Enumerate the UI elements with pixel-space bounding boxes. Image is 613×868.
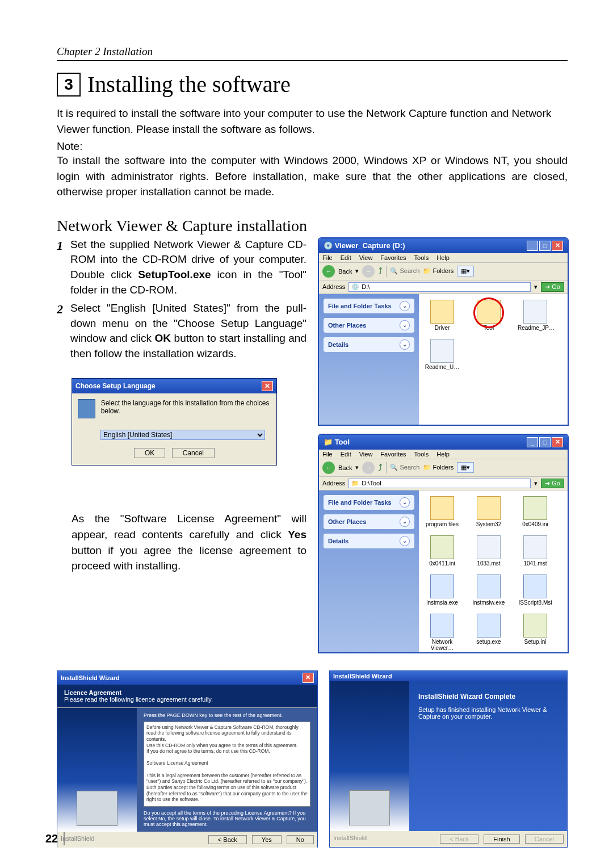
address-field[interactable]: 📁 D:\Tool [349, 479, 531, 488]
menu-file[interactable]: File [322, 451, 333, 458]
file-item[interactable]: Setup.ini [518, 614, 553, 651]
address-field[interactable]: 💿 D:\ [349, 282, 531, 292]
task-group[interactable]: Other Places⌄ [324, 318, 414, 333]
minimize-icon[interactable]: _ [527, 241, 538, 251]
file-item[interactable]: System32 [471, 496, 506, 527]
back-button[interactable]: < Back [208, 835, 247, 844]
folders-button[interactable]: 📁 Folders [423, 464, 454, 471]
menu-edit[interactable]: Edit [341, 254, 351, 261]
menu-view[interactable]: View [359, 451, 373, 458]
up-icon[interactable]: ⤴ [378, 266, 383, 276]
search-icon[interactable]: 🔍 Search [390, 464, 419, 471]
chevron-down-icon[interactable]: ⌄ [400, 517, 410, 527]
back-label[interactable]: Back [338, 268, 352, 275]
globe-icon [78, 399, 95, 418]
back-icon[interactable]: ← [322, 462, 335, 474]
task-group[interactable]: File and Folder Tasks⌄ [324, 495, 414, 510]
task-group[interactable]: Details⌄ [324, 534, 414, 548]
window-titlebar[interactable]: 💿 Viewer_Capture (D:) _ □ ✕ [319, 238, 568, 253]
minimize-icon[interactable]: _ [527, 437, 538, 447]
subsection-heading: Network Viewer & Capture installation [57, 217, 568, 235]
go-button[interactable]: ➜ Go [541, 282, 564, 292]
cancel-button[interactable]: Cancel [172, 448, 215, 458]
go-button[interactable]: ➜ Go [541, 479, 564, 488]
dialog-message: Select the language for this installatio… [101, 399, 271, 418]
step-number: 1 [57, 237, 66, 297]
file-item[interactable]: Driver [425, 300, 460, 331]
license-textbox[interactable]: Before using Network Viewer & Capture So… [144, 722, 310, 807]
address-label: Address [322, 480, 345, 487]
explorer-window-tool: 📁 Tool _ □ ✕ File Edit View Favorites To… [318, 434, 569, 653]
window-titlebar[interactable]: InstallShield Wizard ✕ [57, 671, 317, 685]
file-item[interactable]: Readme_U… [425, 339, 460, 370]
explorer-window-root: 💿 Viewer_Capture (D:) _ □ ✕ File Edit Vi… [318, 237, 569, 426]
file-item[interactable]: program files [425, 496, 460, 527]
menu-tools[interactable]: Tools [414, 254, 429, 261]
menu-favorites[interactable]: Favorites [380, 254, 406, 261]
file-item[interactable]: ISScript8.Msi [518, 575, 553, 606]
file-item[interactable]: 0x0409.ini [518, 496, 553, 527]
menu-file[interactable]: File [322, 254, 333, 261]
file-item[interactable]: Readme_JP… [518, 300, 553, 331]
window-titlebar[interactable]: 📁 Tool _ □ ✕ [319, 435, 568, 450]
file-item[interactable]: 1033.mst [471, 535, 506, 567]
chevron-down-icon[interactable]: ⌄ [400, 536, 410, 546]
wizard-header: Licence Agreement Please read the follow… [57, 685, 317, 708]
chevron-down-icon[interactable]: ⌄ [400, 497, 410, 508]
search-icon[interactable]: 🔍 Search [390, 267, 419, 275]
file-item[interactable]: setup.exe [471, 614, 506, 651]
forward-icon[interactable]: → [362, 265, 375, 278]
file-label: Readme_JP… [518, 325, 553, 331]
task-group[interactable]: Other Places⌄ [324, 514, 414, 529]
close-icon[interactable]: ✕ [262, 381, 273, 391]
back-label[interactable]: Back [338, 464, 352, 471]
file-label: program files [425, 521, 460, 527]
menu-help[interactable]: Help [436, 254, 450, 261]
chevron-down-icon[interactable]: ⌄ [400, 320, 410, 330]
file-icon [430, 575, 454, 598]
task-group[interactable]: File and Folder Tasks⌄ [324, 299, 414, 313]
installshield-complete-wizard: InstallShield Wizard InstallShield Wizar… [329, 670, 568, 848]
close-icon[interactable]: ✕ [303, 673, 314, 683]
menu-view[interactable]: View [359, 254, 373, 261]
views-button[interactable]: ▦▾ [457, 266, 474, 276]
up-icon[interactable]: ⤴ [378, 463, 383, 473]
file-icon [430, 535, 454, 559]
no-button[interactable]: No [287, 835, 314, 844]
chevron-down-icon[interactable]: ⌄ [400, 339, 410, 350]
forward-icon[interactable]: → [362, 462, 375, 474]
menu-tools[interactable]: Tools [414, 451, 429, 458]
language-select[interactable]: English [United States] [100, 430, 265, 440]
chevron-down-icon[interactable]: ⌄ [400, 301, 410, 311]
file-label: Setup.ini [518, 639, 553, 645]
close-icon[interactable]: ✕ [552, 241, 563, 251]
maximize-icon[interactable]: □ [539, 241, 551, 251]
menu-edit[interactable]: Edit [341, 451, 351, 458]
task-group[interactable]: Details⌄ [324, 337, 414, 352]
maximize-icon[interactable]: □ [539, 437, 551, 447]
toolbar: ← Back ▾ → ⤴ 🔍 Search 📁 Folders ▦▾ [319, 263, 568, 280]
file-item[interactable]: 1041.mst [518, 535, 553, 567]
file-item[interactable]: Network Viewer… [425, 614, 460, 651]
file-item[interactable]: instmsia.exe [425, 575, 460, 606]
yes-button[interactable]: Yes [252, 835, 282, 844]
close-icon[interactable]: ✕ [552, 437, 563, 447]
file-label: instmsiw.exe [471, 599, 506, 606]
window-titlebar[interactable]: InstallShield Wizard [330, 671, 567, 681]
step-item: 2 Select "English [United States]" from … [57, 301, 306, 361]
finish-button[interactable]: Finish [484, 835, 519, 844]
menu-help[interactable]: Help [436, 451, 450, 458]
file-icon [523, 535, 547, 559]
menu-favorites[interactable]: Favorites [380, 451, 406, 458]
file-item[interactable]: instmsiw.exe [471, 575, 506, 606]
folders-button[interactable]: 📁 Folders [423, 267, 454, 275]
views-button[interactable]: ▦▾ [457, 462, 474, 473]
dialog-titlebar[interactable]: Choose Setup Language ✕ [72, 379, 276, 393]
tasks-pane: File and Folder Tasks⌄ Other Places⌄ Det… [319, 294, 419, 425]
file-item[interactable]: 0x0411.ini [425, 535, 460, 567]
ok-button[interactable]: OK [134, 448, 165, 458]
window-title: InstallShield Wizard [61, 674, 120, 681]
file-item[interactable]: Tool [471, 300, 506, 331]
back-icon[interactable]: ← [322, 265, 335, 278]
cancel-button: Cancel [525, 835, 564, 844]
